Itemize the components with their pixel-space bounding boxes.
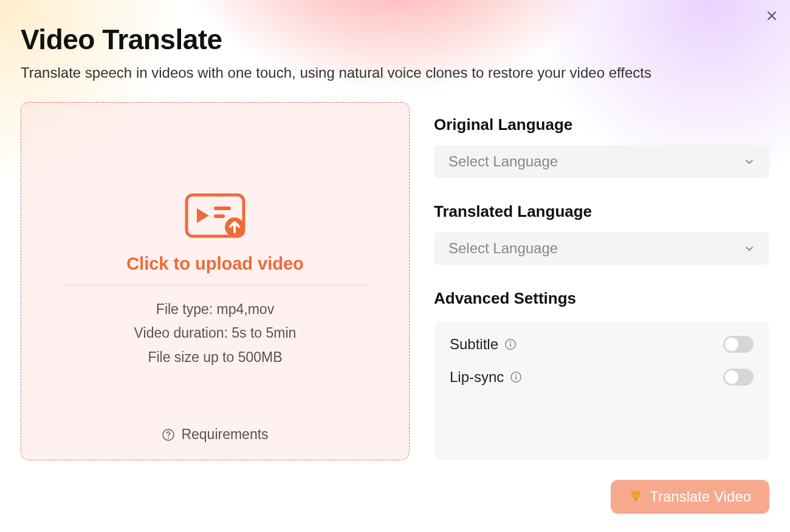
advanced-settings-box: Subtitle Lip-sync xyxy=(434,321,769,460)
close-button[interactable] xyxy=(763,7,780,24)
svg-rect-8 xyxy=(510,344,511,347)
page-title: Video Translate xyxy=(21,23,769,56)
lipsync-label: Lip-sync xyxy=(450,369,504,386)
advanced-settings-label: Advanced Settings xyxy=(434,289,769,308)
upload-zone[interactable]: Click to upload video File type: mp4,mov… xyxy=(21,102,410,460)
info-icon[interactable] xyxy=(504,338,517,350)
svg-point-10 xyxy=(515,374,517,375)
svg-point-5 xyxy=(168,437,169,438)
select-placeholder: Select Language xyxy=(448,153,558,170)
gem-icon xyxy=(629,490,642,503)
chevron-down-icon xyxy=(744,156,755,167)
chevron-down-icon xyxy=(744,243,755,254)
translated-language-label: Translated Language xyxy=(434,202,769,221)
translate-video-button[interactable]: Translate Video xyxy=(611,480,769,514)
help-icon xyxy=(162,428,175,442)
header: Video Translate Translate speech in vide… xyxy=(0,0,790,81)
settings-panel: Original Language Select Language Transl… xyxy=(434,102,769,460)
svg-rect-11 xyxy=(515,377,517,380)
upload-video-icon xyxy=(185,193,246,240)
duration-info: Video duration: 5s to 5min xyxy=(134,321,297,345)
close-icon xyxy=(766,10,778,22)
file-info: File type: mp4,mov Video duration: 5s to… xyxy=(134,298,297,369)
select-placeholder: Select Language xyxy=(448,240,558,257)
info-icon[interactable] xyxy=(510,371,522,383)
svg-point-7 xyxy=(510,341,511,343)
upload-label: Click to upload video xyxy=(126,254,304,274)
original-language-select[interactable]: Select Language xyxy=(434,145,769,178)
requirements-label: Requirements xyxy=(181,426,268,443)
translate-button-label: Translate Video xyxy=(650,488,751,505)
size-info: File size up to 500MB xyxy=(134,346,297,369)
file-type-info: File type: mp4,mov xyxy=(134,298,297,321)
subtitle-toggle[interactable] xyxy=(723,336,754,353)
svg-rect-2 xyxy=(214,214,225,218)
subtitle-label: Subtitle xyxy=(450,336,498,353)
requirements-link[interactable]: Requirements xyxy=(162,426,268,443)
lipsync-row: Lip-sync xyxy=(450,369,754,386)
svg-rect-1 xyxy=(214,206,231,210)
lipsync-toggle[interactable] xyxy=(723,369,754,386)
subtitle-row: Subtitle xyxy=(450,336,754,353)
original-language-label: Original Language xyxy=(434,115,769,134)
translated-language-select[interactable]: Select Language xyxy=(434,232,769,265)
divider xyxy=(63,285,367,285)
page-subtitle: Translate speech in videos with one touc… xyxy=(21,64,769,81)
